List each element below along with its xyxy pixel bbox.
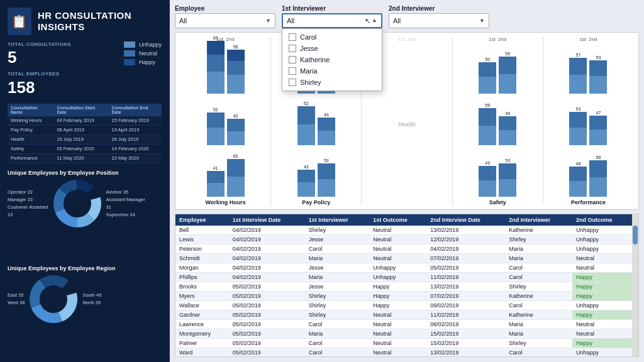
dd-checkbox-jesse[interactable] — [289, 45, 296, 52]
interviewer1-filter-label: 1st Interviewer — [282, 5, 382, 12]
interviewer2-chevron-icon: ▼ — [479, 18, 485, 24]
region-chart-title: Unique Employees by Employee Region — [8, 265, 162, 272]
employee-filter-select[interactable]: All ▼ — [175, 13, 275, 28]
bar-wh-2nd3 — [227, 177, 245, 197]
dd-item-jesse[interactable]: Jesse — [282, 43, 382, 54]
total-consultations-stat: TOTAL CONSULTATIONS 5 — [8, 41, 71, 67]
employee-data-table: Employee 1st Interview Date 1st Intervie… — [175, 214, 632, 356]
interviewer2-filter-select[interactable]: All ▼ — [389, 13, 489, 28]
th-1st-outcome: 1st Outcome — [369, 214, 426, 226]
col-name: Consultation Name — [8, 104, 53, 116]
bar-label-wh-1st2: 52 — [213, 107, 218, 112]
bar-chart-performance: 1st2nd 57 53 53 — [545, 36, 632, 206]
consultation-row: Working Hours04 February 201915 February… — [8, 116, 162, 126]
table-row: Lawrence05/02/2019CarolNeutral08/02/2019… — [175, 320, 632, 329]
bar-pair-safety: 50 59 — [479, 43, 516, 94]
total-employees-label: TOTAL EMPLOYEES — [8, 71, 59, 77]
total-employees-value: 158 — [8, 78, 59, 97]
bar-wh-2nd2-unhappy — [227, 131, 245, 145]
dd-label-katherine: Katherine — [300, 56, 330, 63]
region-labels-left: East 35 West 38 — [8, 292, 25, 305]
bar-sep-4 — [543, 36, 543, 206]
region-label-north: North 39 — [82, 300, 101, 305]
chart-label-pay-policy: Pay Policy — [302, 199, 330, 206]
scrollbar[interactable] — [632, 214, 638, 356]
bar-wh-1st-neutral — [207, 55, 225, 72]
interviewer2-filter-label: 2nd Interviewer — [389, 5, 489, 12]
bar-stack-pp-6: 53 — [318, 158, 335, 197]
table-row: Montgomery05/02/2019MariaNeutral15/02/20… — [175, 329, 632, 339]
interviewer1-filter-select[interactable]: All ↖ ▲ — [282, 13, 382, 28]
bar-label-pp-3: 62 — [304, 101, 309, 106]
bar-label-wh-1st: 65 — [213, 36, 218, 40]
interviewer1-dropdown: Carol Jesse Katherine Maria Shirley — [282, 28, 382, 91]
bar-wh-2nd-unhappy — [227, 75, 245, 94]
col-start: Consultation Start Date — [53, 104, 108, 116]
consultation-row: Performance11 May 202022 May 2020 — [8, 153, 162, 163]
bar-wh-1st3 — [207, 183, 225, 197]
app-title-text: HR CONSULTATION INSIGHTS — [38, 10, 162, 33]
region-label-west: West 38 — [8, 300, 25, 305]
table-row: Morgan04/02/2019JesseUnhappy05/02/2019Ca… — [175, 263, 632, 273]
interviewer1-chevron-icon: ▲ — [372, 17, 377, 25]
bar-stack-wh-1st: 65 — [207, 36, 225, 94]
interviewer2-filter-group: 2nd Interviewer All ▼ — [389, 5, 489, 28]
hr-logo-icon: 📋 — [8, 8, 31, 35]
dd-checkbox-maria[interactable] — [289, 67, 296, 75]
consultation-row: Pay Policy08 April 201919 April 2019 — [8, 125, 162, 134]
dd-label-jesse: Jesse — [300, 45, 318, 52]
position-donut: Operator 22 Manager 23 Customer Assistan… — [8, 178, 162, 229]
dd-item-carol[interactable]: Carol — [282, 31, 382, 43]
table-row: Palmer05/02/2019CarolNeutral15/02/2019Sh… — [175, 339, 632, 348]
table-row: Phillips04/02/2019MariaUnhappy11/02/2019… — [175, 273, 632, 282]
region-label-east: East 35 — [8, 292, 25, 298]
position-donut-svg — [52, 178, 103, 229]
consultation-row: Safety03 February 202014 February 2020 — [8, 144, 162, 153]
th-2nd-outcome: 2nd Outcome — [572, 214, 632, 226]
legend-unhappy-label: Unhappy — [139, 41, 162, 48]
consultation-row: Health15 July 201926 July 2019 — [8, 134, 162, 144]
dd-checkbox-shirley[interactable] — [289, 79, 296, 86]
region-labels-right: South 46 North 39 — [82, 292, 101, 305]
th-employee: Employee — [175, 214, 229, 226]
app-title: HR CONSULTATION INSIGHTS — [38, 10, 162, 33]
bar-label-wh-1st3: 41 — [213, 166, 218, 170]
right-panel: Employee All ▼ 1st Interviewer All ↖ ▲ C… — [170, 0, 644, 362]
total-employees-stat: TOTAL EMPLOYEES 158 — [8, 71, 59, 97]
left-panel: 📋 HR CONSULTATION INSIGHTS TOTAL CONSULT… — [0, 0, 170, 362]
th-1st-date: 1st Interview Date — [229, 214, 305, 226]
chart-label-safety: Safety — [489, 199, 506, 206]
data-table-wrapper[interactable]: Employee 1st Interview Date 1st Intervie… — [175, 214, 632, 356]
dd-item-shirley[interactable]: Shirley — [282, 77, 382, 88]
scrollbar-thumb[interactable] — [633, 226, 638, 244]
bar-stack-pp-4: 44 — [318, 112, 335, 145]
bar-label-pp-4: 44 — [324, 112, 329, 117]
th-2nd-interviewer: 2nd Interviewer — [505, 214, 572, 226]
table-row: Ward05/02/2019CarolNeutral13/02/2019Caro… — [175, 348, 632, 357]
pos-label-customer-assistant: Customer Assistant — [8, 204, 48, 210]
dd-checkbox-katherine[interactable] — [289, 56, 296, 63]
position-labels-left: Operator 22 Manager 23 Customer Assistan… — [8, 189, 48, 217]
legend-happy-label: Happy — [139, 59, 155, 65]
bar-wh-2nd3b — [227, 159, 245, 177]
dd-label-maria: Maria — [300, 67, 318, 75]
bar-pair-wh: 65 56 — [207, 43, 245, 94]
position-chart-title: Unique Employees by Employee Position — [8, 170, 162, 176]
legend-unhappy: Unhappy — [124, 41, 162, 48]
interviewer1-filter-value: All — [287, 17, 294, 25]
pos-label-asst-manager: Assistant Manager — [106, 197, 145, 202]
bar-stack-pp-3: 62 — [297, 101, 315, 145]
dd-checkbox-carol[interactable] — [289, 33, 296, 41]
data-table-section: Employee 1st Interview Date 1st Intervie… — [175, 214, 639, 357]
table-row: Myers05/02/2019ShirleyHappy07/02/2019Kat… — [175, 292, 632, 301]
bar-stack-wh-2nd-2: 42 — [227, 114, 245, 145]
bar-chart-safety: 1st2nd 50 59 59 — [454, 36, 541, 206]
dd-item-katherine[interactable]: Katherine — [282, 54, 382, 65]
bar-wh-1st-unhappy — [207, 72, 225, 94]
bar-label-wh-2nd3: 60 — [233, 154, 238, 158]
th-2nd-date: 2nd Interview Date — [426, 214, 505, 226]
table-row: Brooks05/02/2019JesseHappy13/02/2019Shir… — [175, 282, 632, 292]
logo-title: 📋 HR CONSULTATION INSIGHTS — [8, 8, 162, 35]
dd-item-maria[interactable]: Maria — [282, 65, 382, 77]
legend-neutral-label: Neutral — [139, 50, 157, 57]
